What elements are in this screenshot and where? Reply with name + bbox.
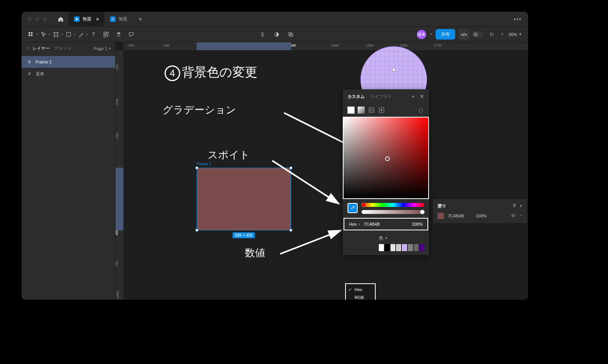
svg-point-16 [27, 47, 29, 49]
video-fill-type[interactable] [378, 107, 385, 114]
frame-tool[interactable]: ▼ [50, 28, 62, 41]
visibility-icon[interactable] [510, 213, 516, 219]
opacity-input[interactable]: 100% [412, 222, 423, 226]
fill-opacity[interactable]: 100% [476, 214, 487, 218]
layer-item[interactable]: # Frame 1 [22, 56, 115, 68]
tab-2[interactable]: ◆ 無題 [105, 12, 133, 27]
figma-file-icon: ◆ [110, 16, 116, 22]
chevron-down-icon[interactable]: ▼ [501, 33, 504, 36]
more-menu-icon[interactable]: ••• [507, 16, 528, 22]
titlebar: ◆ 無題 × ◆ 無題 + ••• [22, 12, 528, 27]
page-selector[interactable]: Page 1▾ [94, 46, 110, 51]
canvas-area[interactable]: -500 -250 0 250 500 688 1000 1250 1500 1… [116, 42, 528, 300]
toggle[interactable] [472, 31, 483, 38]
shape-tool[interactable]: ▼ [62, 28, 75, 41]
comment-tool[interactable] [125, 28, 138, 41]
color-swatch[interactable] [396, 244, 401, 251]
hand-tool[interactable] [112, 28, 125, 41]
fill-swatch[interactable] [438, 213, 444, 219]
close-icon[interactable]: ✕ [420, 93, 424, 100]
hue-slider[interactable] [362, 203, 424, 207]
dimension-badge: 688 × 458 [233, 232, 255, 238]
styles-icon[interactable]: ⠿ [513, 203, 516, 208]
present-button[interactable] [487, 29, 498, 40]
color-swatch[interactable] [402, 244, 407, 251]
color-value-row: Hex ▾ 100% [344, 218, 428, 230]
alpha-slider[interactable] [362, 210, 424, 214]
annotation-gradient: グラデーション [163, 103, 236, 117]
toolbar: ▼ ▼ ▼ ▼ ▼ T 瞳美 ▼ 共有 </> ▼ 35%▼ [22, 27, 528, 42]
mode-option[interactable]: RGB [346, 293, 375, 300]
custom-tab[interactable]: カスタム [347, 94, 365, 100]
component-icon[interactable] [256, 28, 269, 41]
pen-tool[interactable]: ▼ [75, 28, 87, 41]
close-icon[interactable]: × [96, 16, 99, 22]
avatar[interactable]: 瞳美 [417, 30, 426, 39]
selected-frame[interactable] [197, 168, 291, 230]
layer-name: Frame 1 [36, 60, 52, 64]
tab-1[interactable]: ◆ 無題 × [69, 12, 105, 27]
gradient-fill-type[interactable] [358, 107, 365, 114]
main-menu-button[interactable]: ▼ [25, 28, 37, 41]
layer-name: 見本 [36, 71, 44, 77]
svg-line-20 [280, 230, 341, 254]
color-swatch[interactable] [379, 244, 384, 251]
color-swatch[interactable] [408, 244, 413, 251]
ruler-vertical: -750 -500 -250 0 250 458 750 1000 [116, 50, 123, 300]
mask-icon[interactable] [270, 28, 283, 41]
add-tab-button[interactable]: + [133, 12, 148, 27]
app-window: ◆ 無題 × ◆ 無題 + ••• ▼ ▼ ▼ ▼ ▼ T [22, 12, 528, 300]
move-tool[interactable]: ▼ [37, 28, 50, 41]
mode-option[interactable]: Hex [346, 286, 375, 293]
share-button[interactable]: 共有 [436, 29, 455, 40]
add-icon[interactable]: + [412, 93, 415, 100]
frame-label[interactable]: Frame 1 [197, 162, 211, 166]
saturation-value-area[interactable] [343, 117, 429, 199]
figma-file-icon: ◆ [74, 16, 80, 22]
svg-rect-1 [29, 34, 30, 36]
color-mode-dropdown: Hex RGB CSS HSL HSB [345, 283, 376, 300]
svg-rect-8 [67, 33, 71, 36]
add-fill-icon[interactable]: + [520, 203, 522, 208]
svg-text:T: T [92, 32, 95, 37]
chevron-down-icon[interactable]: ▼ [429, 33, 432, 36]
remove-fill-icon[interactable]: − [520, 213, 522, 219]
color-swatch[interactable] [385, 244, 390, 251]
color-swatch[interactable] [391, 244, 396, 251]
assets-tab[interactable]: アセット [54, 45, 72, 51]
main: レイヤー アセット Page 1▾ # Frame 1 # 見本 -500 -2… [22, 42, 528, 300]
layer-item[interactable]: # 見本 [22, 68, 115, 80]
svg-rect-2 [31, 32, 33, 34]
hex-input[interactable] [364, 222, 391, 226]
frame-icon: # [27, 60, 32, 64]
ruler-horizontal: -500 -250 0 250 500 688 1000 1250 1500 1… [123, 42, 528, 50]
zoom-level[interactable]: 35%▼ [507, 32, 523, 37]
color-swatch[interactable] [419, 244, 424, 251]
arrow-icon [276, 226, 347, 258]
minimize-dot[interactable] [35, 17, 40, 22]
eyedropper-button[interactable] [347, 203, 358, 213]
text-tool[interactable]: T [87, 28, 100, 41]
maximize-dot[interactable] [43, 17, 47, 22]
svg-line-17 [29, 49, 30, 50]
color-picker-panel: カスタム ライブラリ + ✕ [343, 89, 429, 255]
fill-hex[interactable]: 7C4B4B [448, 214, 464, 218]
blend-mode-icon[interactable] [417, 107, 424, 114]
devmode-button[interactable]: </> [458, 29, 469, 40]
svg-point-24 [512, 215, 514, 216]
home-button[interactable] [53, 12, 69, 27]
color-swatch[interactable] [414, 244, 419, 251]
color-mode-selector[interactable]: Hex ▾ [349, 222, 360, 226]
frame-icon: # [27, 71, 32, 76]
fill-label: 塗り [438, 203, 446, 209]
close-dot[interactable] [27, 17, 32, 22]
layers-panel: レイヤー アセット Page 1▾ # Frame 1 # 見本 [22, 42, 116, 300]
annotation-eyedropper: スポイト [208, 148, 250, 162]
layers-tab[interactable]: レイヤー [26, 45, 50, 51]
image-fill-type[interactable] [368, 107, 375, 114]
solid-fill-type[interactable] [347, 107, 355, 114]
svg-rect-0 [29, 32, 30, 34]
resources-tool[interactable] [100, 28, 112, 41]
library-tab[interactable]: ライブラリ [370, 94, 392, 100]
boolean-icon[interactable] [284, 28, 297, 41]
